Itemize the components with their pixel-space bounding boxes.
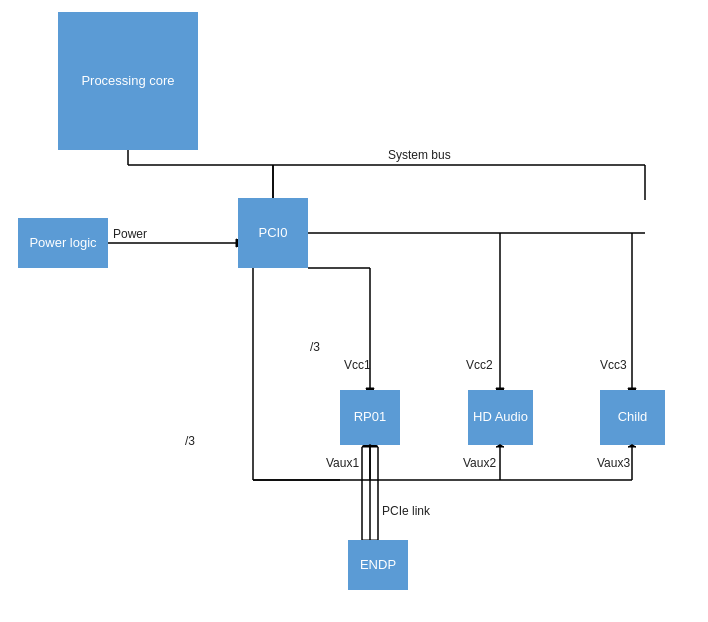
vaux2-label: Vaux2: [463, 456, 496, 470]
slash3-2-label: /3: [185, 434, 195, 448]
slash3-1-label: /3: [310, 340, 320, 354]
endp-box: ENDP: [348, 540, 408, 590]
hd-audio-box: HD Audio: [468, 390, 533, 445]
system-bus-label: System bus: [388, 148, 451, 162]
svg-marker-18: [496, 445, 504, 447]
rp01-box: RP01: [340, 390, 400, 445]
child-box: Child: [600, 390, 665, 445]
architecture-diagram: Processing core Power logic PCI0 RP01 HD…: [0, 0, 708, 622]
pcie-link-label: PCIe link: [382, 504, 430, 518]
pci0-box: PCI0: [238, 198, 308, 268]
vcc1-label: Vcc1: [344, 358, 371, 372]
vaux3-label: Vaux3: [597, 456, 630, 470]
rp01-label: RP01: [354, 409, 387, 426]
endp-label: ENDP: [360, 557, 396, 574]
vcc3-label: Vcc3: [600, 358, 627, 372]
power-logic-label: Power logic: [29, 235, 96, 252]
svg-marker-20: [628, 445, 636, 447]
power-label: Power: [113, 227, 147, 241]
processing-core-label: Processing core: [81, 73, 174, 90]
hd-audio-label: HD Audio: [473, 409, 528, 426]
processing-core-box: Processing core: [58, 12, 198, 150]
vaux1-label: Vaux1: [326, 456, 359, 470]
vcc2-label: Vcc2: [466, 358, 493, 372]
pci0-label: PCI0: [259, 225, 288, 242]
power-logic-box: Power logic: [18, 218, 108, 268]
child-label: Child: [618, 409, 648, 426]
